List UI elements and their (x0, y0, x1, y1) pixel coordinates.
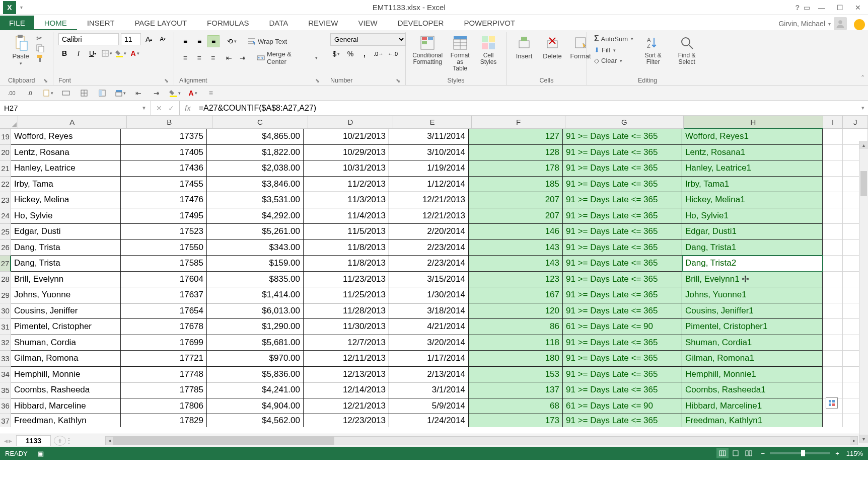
cell[interactable]: 17476 (121, 192, 207, 208)
cell[interactable]: 207 (469, 192, 563, 208)
row-header[interactable]: 20 (0, 145, 11, 161)
cell[interactable]: 91 >= Days Late <= 365 (563, 192, 682, 208)
tab-powerpivot[interactable]: POWERPIVOT (454, 16, 525, 30)
row-header[interactable]: 35 (0, 382, 11, 398)
conditional-formatting-button[interactable]: Conditional Formatting (411, 33, 444, 66)
format-painter-icon[interactable] (36, 54, 44, 62)
cell-styles-button[interactable]: Cell Styles (476, 33, 501, 66)
qa-increase-indent-icon[interactable]: ⇥ (150, 87, 163, 99)
cell[interactable]: 137 (469, 382, 563, 398)
horizontal-scrollbar[interactable]: ◂ ▸ (105, 436, 858, 445)
increase-font-icon[interactable]: A▴ (143, 33, 155, 45)
delete-cells-button[interactable]: Delete (540, 33, 565, 61)
increase-decimal-icon[interactable]: .0→ (373, 48, 385, 60)
column-header-A[interactable]: A (18, 116, 127, 129)
tab-insert[interactable]: INSERT (77, 16, 125, 30)
fill-button[interactable]: ⬇ Fill (592, 45, 635, 55)
cell[interactable]: Wofford, Reyes (11, 129, 121, 145)
qa-freeze-panes-icon[interactable] (96, 87, 109, 99)
collapse-ribbon-icon[interactable]: ˆ (861, 74, 864, 83)
font-dialog-launcher[interactable]: ⬊ (164, 77, 169, 84)
cell[interactable]: 17455 (121, 177, 207, 193)
cell[interactable]: Brill, Evelynn (11, 272, 121, 288)
copy-icon[interactable] (36, 44, 44, 52)
cell[interactable]: Edgar, Dusti1 (682, 224, 823, 240)
cell[interactable]: Dang, Trista2 (682, 256, 823, 272)
column-header-J[interactable]: J (843, 116, 868, 129)
find-select-button[interactable]: Find & Select (671, 33, 703, 66)
cell[interactable] (823, 287, 843, 303)
scroll-left-icon[interactable]: ◂ (106, 437, 113, 445)
cell[interactable]: 12/14/2013 (304, 382, 389, 398)
qa-increase-decimal-icon[interactable]: .00 (5, 87, 18, 99)
cell[interactable]: $970.00 (207, 351, 304, 367)
column-header-C[interactable]: C (212, 116, 308, 129)
cell[interactable]: Pimentel, Cristopher (11, 319, 121, 335)
cell[interactable]: Freedman, Kathlyn1 (682, 414, 823, 427)
decrease-font-icon[interactable]: A▾ (157, 33, 169, 45)
merge-center-button[interactable]: Merge & Center (255, 49, 320, 66)
row-header[interactable]: 19 (0, 129, 11, 145)
cell[interactable]: 12/21/2013 (389, 192, 469, 208)
cell[interactable]: 91 >= Days Late <= 365 (563, 287, 682, 303)
cell[interactable]: $3,846.00 (207, 177, 304, 193)
normal-view-icon[interactable] (716, 448, 729, 458)
enter-formula-icon[interactable]: ✓ (168, 104, 174, 112)
cell[interactable]: Gilman, Romona1 (682, 351, 823, 367)
row-header[interactable]: 34 (0, 367, 11, 383)
help-icon[interactable]: ? (795, 4, 800, 12)
cell[interactable] (823, 335, 843, 351)
sheet-nav-next-icon[interactable]: ▸ (9, 437, 12, 445)
cell[interactable]: 3/20/2014 (389, 335, 469, 351)
align-left-icon[interactable]: ≡ (179, 52, 191, 64)
tab-home[interactable]: HOME (34, 16, 77, 30)
close-icon[interactable]: ✕ (851, 2, 865, 13)
cell[interactable]: 12/13/2013 (304, 367, 389, 383)
cell[interactable]: Hanley, Leatrice1 (682, 160, 823, 177)
cell[interactable]: 17678 (121, 319, 207, 335)
decrease-indent-icon[interactable]: ⇤ (223, 52, 235, 64)
cell[interactable]: 91 >= Days Late <= 365 (563, 303, 682, 319)
bold-button[interactable]: B (58, 47, 70, 59)
underline-button[interactable]: U▾ (87, 47, 99, 59)
row-header[interactable]: 33 (0, 351, 11, 367)
cell[interactable]: 11/23/2013 (304, 272, 389, 288)
cell[interactable]: Edgar, Dusti (11, 224, 121, 240)
macro-record-icon[interactable]: ▣ (38, 450, 44, 457)
cell[interactable]: 91 >= Days Late <= 365 (563, 351, 682, 367)
row-header[interactable]: 26 (0, 240, 11, 256)
cell[interactable]: 17829 (121, 414, 207, 427)
cell[interactable]: $1,822.00 (207, 145, 304, 161)
cell[interactable]: Hickey, Melina (11, 192, 121, 208)
row-header[interactable]: 37 (0, 414, 11, 427)
row-header[interactable]: 28 (0, 272, 11, 288)
cell[interactable]: 17523 (121, 224, 207, 240)
cell[interactable]: 143 (469, 256, 563, 272)
scroll-thumb[interactable] (860, 171, 867, 196)
zoom-slider[interactable] (770, 452, 830, 454)
cell[interactable]: 91 >= Days Late <= 365 (563, 177, 682, 193)
cell[interactable]: 10/31/2013 (304, 160, 389, 177)
cell[interactable]: 180 (469, 351, 563, 367)
cell[interactable]: 17637 (121, 287, 207, 303)
cell[interactable]: 4/21/2014 (389, 319, 469, 335)
cell[interactable]: 17550 (121, 240, 207, 256)
cell[interactable]: Johns, Yuonne1 (682, 287, 823, 303)
cell[interactable]: 12/23/2013 (304, 414, 389, 427)
cell[interactable]: Coombs, Rasheeda1 (682, 382, 823, 398)
font-name-input[interactable] (58, 33, 119, 45)
cell[interactable] (823, 208, 843, 224)
cell[interactable]: 128 (469, 145, 563, 161)
file-tab[interactable]: FILE (0, 16, 34, 30)
ribbon-display-options-icon[interactable]: ▭ (804, 4, 815, 12)
cell[interactable]: $6,013.00 (207, 303, 304, 319)
tab-formulas[interactable]: FORMULAS (197, 16, 259, 30)
cell[interactable] (823, 192, 843, 208)
cell[interactable]: 123 (469, 272, 563, 288)
sheet-tab-active[interactable]: 1133 (16, 435, 51, 446)
increase-indent-icon[interactable]: ⇥ (237, 52, 249, 64)
cell[interactable]: Hibbard, Marceline1 (682, 398, 823, 415)
cell[interactable]: $4,292.00 (207, 208, 304, 224)
decrease-decimal-icon[interactable]: ←.0 (387, 48, 399, 60)
feedback-smiley-icon[interactable] (854, 19, 865, 30)
